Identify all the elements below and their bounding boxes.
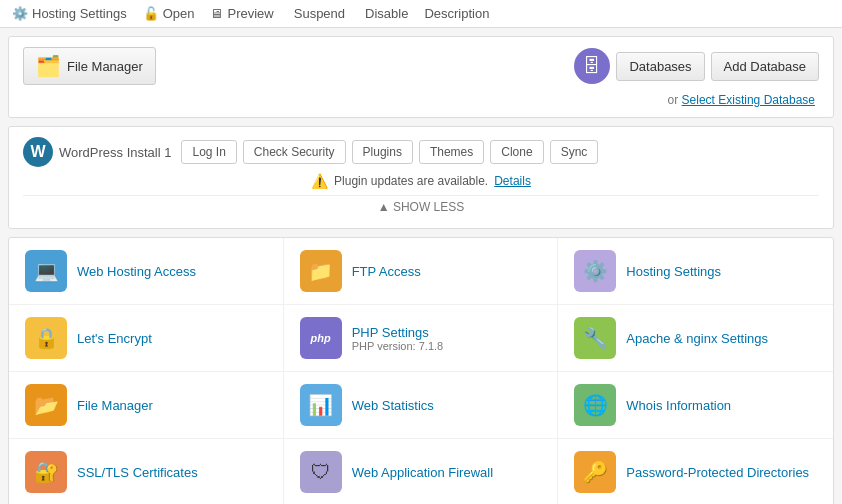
icon-apache-nginx: 🔧 (574, 317, 616, 359)
clone-button[interactable]: Clone (490, 140, 543, 164)
grid-item-whois-information[interactable]: 🌐 Whois Information (558, 372, 833, 439)
icon-whois-information: 🌐 (574, 384, 616, 426)
label-ssl-tls: SSL/TLS Certificates (77, 465, 198, 480)
wordpress-icon: W (23, 137, 53, 167)
plugins-button[interactable]: Plugins (352, 140, 413, 164)
grid-item-web-statistics[interactable]: 📊 Web Statistics (284, 372, 559, 439)
grid-item-hosting-settings[interactable]: ⚙️ Hosting Settings (558, 238, 833, 305)
icon-file-manager: 📂 (25, 384, 67, 426)
hosting-settings-icon: ⚙️ (12, 6, 28, 21)
sync-button[interactable]: Sync (550, 140, 599, 164)
label-web-app-firewall: Web Application Firewall (352, 465, 493, 480)
topbar-description[interactable]: Description (424, 6, 489, 21)
grid-item-php-settings[interactable]: php PHP Settings PHP version: 7.1.8 (284, 305, 559, 372)
databases-icon: 🗄 (574, 48, 610, 84)
databases-button[interactable]: Databases (616, 52, 704, 81)
preview-icon: 🖥 (210, 6, 223, 21)
select-existing-db-link[interactable]: Select Existing Database (682, 93, 815, 107)
label-web-statistics: Web Statistics (352, 398, 434, 413)
topbar-open[interactable]: 🔓 Open (143, 6, 195, 21)
wordpress-row: W WordPress Install 1 Log In Check Secur… (23, 137, 819, 167)
topbar-hosting-settings[interactable]: ⚙️ Hosting Settings (12, 6, 127, 21)
file-databases-section: 🗂️ File Manager 🗄 Databases Add Database… (8, 36, 834, 118)
topbar-preview[interactable]: 🖥 Preview (210, 6, 273, 21)
topbar-suspend[interactable]: Suspend (290, 6, 345, 21)
label-lets-encrypt: Let's Encrypt (77, 331, 152, 346)
icon-ssl-tls: 🔐 (25, 451, 67, 493)
grid-item-password-protected[interactable]: 🔑 Password-Protected Directories (558, 439, 833, 504)
wp-install-label: WordPress Install 1 (59, 145, 171, 160)
icon-lets-encrypt: 🔒 (25, 317, 67, 359)
notice-icon: ⚠️ (311, 173, 328, 189)
select-db-row: or Select Existing Database (23, 93, 819, 107)
grid-item-lets-encrypt[interactable]: 🔒 Let's Encrypt (9, 305, 284, 372)
label-hosting-settings: Hosting Settings (626, 264, 721, 279)
grid-item-web-hosting-access[interactable]: 💻 Web Hosting Access (9, 238, 284, 305)
icon-web-hosting-access: 💻 (25, 250, 67, 292)
grid-item-apache-nginx[interactable]: 🔧 Apache & nginx Settings (558, 305, 833, 372)
label-php-settings: PHP Settings (352, 325, 444, 340)
features-grid: 💻 Web Hosting Access 📁 FTP Access ⚙️ Hos… (8, 237, 834, 504)
topbar-disable[interactable]: Disable (361, 6, 408, 21)
file-manager-button[interactable]: 🗂️ File Manager (23, 47, 156, 85)
notice-details-link[interactable]: Details (494, 174, 531, 188)
grid-item-file-manager[interactable]: 📂 File Manager (9, 372, 284, 439)
top-bar: ⚙️ Hosting Settings 🔓 Open 🖥 Preview Sus… (0, 0, 842, 28)
label-web-hosting-access: Web Hosting Access (77, 264, 196, 279)
wordpress-section: W WordPress Install 1 Log In Check Secur… (8, 126, 834, 229)
icon-php-settings: php (300, 317, 342, 359)
icon-password-protected: 🔑 (574, 451, 616, 493)
themes-button[interactable]: Themes (419, 140, 484, 164)
icon-ftp-access: 📁 (300, 250, 342, 292)
label-password-protected: Password-Protected Directories (626, 465, 809, 480)
file-db-row: 🗂️ File Manager 🗄 Databases Add Database (23, 47, 819, 85)
plugin-notice: ⚠️ Plugin updates are available. Details (23, 173, 819, 189)
label-file-manager: File Manager (77, 398, 153, 413)
icon-web-statistics: 📊 (300, 384, 342, 426)
icon-web-app-firewall: 🛡 (300, 451, 342, 493)
show-less-button[interactable]: ▲ SHOW LESS (23, 195, 819, 218)
icon-hosting-settings: ⚙️ (574, 250, 616, 292)
databases-section: 🗄 Databases Add Database (574, 48, 819, 84)
label-apache-nginx: Apache & nginx Settings (626, 331, 768, 346)
file-manager-icon: 🗂️ (36, 54, 61, 78)
add-database-button[interactable]: Add Database (711, 52, 819, 81)
open-icon: 🔓 (143, 6, 159, 21)
log-in-button[interactable]: Log In (181, 140, 236, 164)
grid-item-ftp-access[interactable]: 📁 FTP Access (284, 238, 559, 305)
grid-item-ssl-tls[interactable]: 🔐 SSL/TLS Certificates (9, 439, 284, 504)
label-ftp-access: FTP Access (352, 264, 421, 279)
label-whois-information: Whois Information (626, 398, 731, 413)
grid-item-web-app-firewall[interactable]: 🛡 Web Application Firewall (284, 439, 559, 504)
sub-php-settings: PHP version: 7.1.8 (352, 340, 444, 352)
check-security-button[interactable]: Check Security (243, 140, 346, 164)
